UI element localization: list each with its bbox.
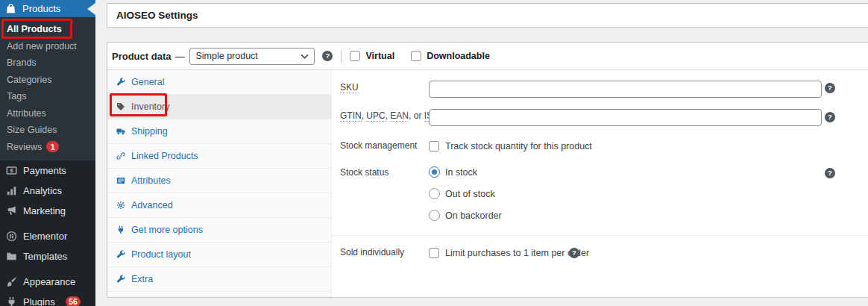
svg-text:$: $	[10, 167, 13, 174]
admin-menu: $ Payments Analytics Marketing Elementor…	[0, 160, 95, 306]
sku-input[interactable]	[429, 81, 822, 98]
tab-inventory[interactable]: Inventory	[107, 95, 331, 119]
in-stock-label[interactable]: In stock	[445, 167, 477, 178]
sidebar-item-size-guides[interactable]: Size Guides	[0, 122, 95, 139]
radio-out-of-stock[interactable]	[429, 188, 440, 199]
tab-shipping[interactable]: Shipping	[107, 119, 331, 144]
out-of-stock-label[interactable]: Out of stock	[445, 189, 495, 199]
admin-sidebar: Products All Products Add new product Br…	[0, 0, 95, 306]
link-icon	[116, 152, 125, 160]
track-stock-checkbox[interactable]	[429, 141, 439, 152]
sidebar-item-reviews[interactable]: Reviews1	[0, 139, 95, 156]
sidebar-item-templates[interactable]: Templates	[0, 246, 95, 266]
help-icon[interactable]	[825, 83, 835, 93]
radio-in-stock[interactable]	[429, 166, 440, 178]
sidebar-item-plugins[interactable]: Plugins 56	[0, 292, 95, 306]
inventory-tab-content: SKU GTIN, UPC, EAN, or ISBN Stock manage…	[332, 70, 868, 297]
wrench-icon	[116, 275, 125, 284]
product-data-title: Product data	[112, 51, 171, 62]
product-type-select[interactable]: Simple product	[189, 48, 315, 65]
sidebar-item-elementor[interactable]: Elementor	[0, 226, 95, 246]
plugin-icon	[6, 296, 17, 306]
paintbrush-icon	[6, 276, 17, 287]
tab-advanced[interactable]: Advanced	[107, 193, 331, 218]
sidebar-item-tags[interactable]: Tags	[0, 88, 95, 105]
sidebar-item-marketing[interactable]: Marketing	[0, 201, 95, 221]
list-table-icon	[116, 176, 125, 185]
help-icon[interactable]	[322, 51, 333, 61]
dash: —	[174, 51, 184, 62]
truck-icon	[116, 127, 125, 136]
tab-product-layout[interactable]: Product layout	[107, 243, 331, 267]
elementor-icon	[6, 231, 17, 242]
downloadable-checkbox[interactable]	[411, 51, 421, 61]
sidebar-item-label: Products	[22, 3, 60, 14]
stock-management-label: Stock management	[340, 140, 417, 151]
help-icon[interactable]	[569, 248, 579, 258]
folder-icon	[6, 251, 17, 262]
sku-label: SKU	[340, 82, 359, 93]
megaphone-icon	[6, 205, 17, 216]
wrench-icon	[116, 78, 125, 87]
menu-separator	[0, 221, 95, 226]
analytics-bars-icon	[6, 185, 17, 196]
limit-purchases-checkbox[interactable]	[429, 248, 439, 258]
virtual-checkbox[interactable]	[350, 51, 360, 61]
tab-linked-products[interactable]: Linked Products	[107, 144, 331, 169]
sidebar-item-products[interactable]: Products	[0, 0, 95, 17]
downloadable-label: Downloadable	[427, 51, 490, 61]
limit-purchases-label[interactable]: Limit purchases to 1 item per order	[445, 248, 589, 258]
menu-separator	[0, 266, 95, 272]
help-icon[interactable]	[825, 112, 835, 122]
tab-extra[interactable]: Extra	[107, 267, 331, 292]
track-stock-label[interactable]: Track stock quantity for this product	[445, 141, 592, 152]
gear-icon	[116, 201, 125, 210]
gtin-input[interactable]	[429, 109, 822, 126]
help-icon[interactable]	[825, 168, 835, 178]
virtual-label: Virtual	[365, 51, 394, 61]
tab-attributes[interactable]: Attributes	[107, 169, 331, 193]
wrench-icon	[116, 250, 125, 259]
tab-get-more-options[interactable]: Get more options	[107, 218, 331, 243]
tab-general[interactable]: General	[107, 70, 331, 95]
tag-icon	[116, 102, 125, 111]
aioseo-settings-title: AIOSEO Settings	[116, 10, 198, 21]
virtual-checkbox-label[interactable]: Virtual	[350, 51, 394, 61]
plugin-icon	[116, 225, 125, 234]
plugins-count-badge: 56	[66, 296, 81, 306]
product-data-tabs: General Inventory Shipping Linked Produc…	[107, 70, 332, 297]
aioseo-settings-box: AIOSEO Settings	[107, 3, 868, 28]
sidebar-item-appearance[interactable]: Appearance	[0, 272, 95, 292]
divider	[341, 50, 342, 63]
product-data-header: Product data — Simple product Virtual Do…	[107, 43, 868, 70]
on-backorder-label[interactable]: On backorder	[445, 210, 502, 221]
divider	[332, 235, 868, 236]
stock-status-label: Stock status	[340, 167, 389, 178]
sidebar-item-add-new-product[interactable]: Add new product	[0, 38, 95, 55]
products-bag-icon	[5, 3, 16, 14]
chevron-down-icon	[301, 54, 309, 59]
reviews-count-badge: 1	[46, 141, 59, 152]
sidebar-item-analytics[interactable]: Analytics	[0, 181, 95, 201]
sidebar-item-brands[interactable]: Brands	[0, 54, 95, 72]
current-menu-arrow	[87, 3, 95, 15]
product-data-panel: Product data — Simple product Virtual Do…	[107, 42, 868, 298]
payments-icon: $	[6, 165, 17, 176]
radio-on-backorder[interactable]	[429, 210, 440, 221]
sold-individually-label: Sold individually	[340, 247, 404, 257]
product-type-value: Simple product	[195, 51, 257, 61]
sidebar-item-categories[interactable]: Categories	[0, 72, 95, 89]
products-submenu: All Products Add new product Brands Cate…	[0, 17, 95, 160]
sidebar-item-payments[interactable]: $ Payments	[0, 160, 95, 181]
sidebar-item-all-products[interactable]: All Products	[0, 21, 95, 38]
sidebar-item-attributes[interactable]: Attributes	[0, 105, 95, 122]
downloadable-checkbox-label[interactable]: Downloadable	[411, 51, 490, 61]
